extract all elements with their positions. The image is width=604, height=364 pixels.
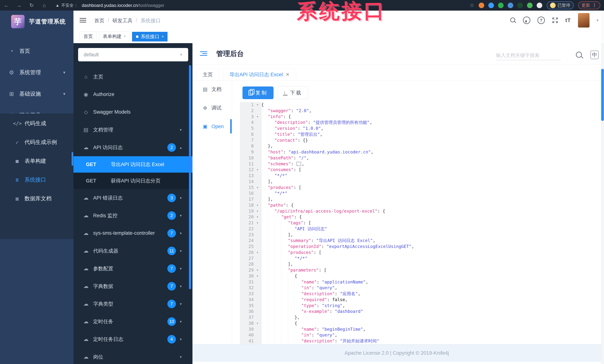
- indent-guide: [268, 138, 275, 143]
- api-group-item[interactable]: ☁API 错误日志3▾: [74, 189, 192, 207]
- code-text: "*/*": [261, 173, 287, 179]
- download-button[interactable]: ↓ 下载: [277, 87, 308, 99]
- api-link-item[interactable]: ⌂主页: [74, 68, 192, 86]
- api-panel-scrollbar[interactable]: [189, 65, 191, 289]
- update-badge[interactable]: 更新 ⋮: [578, 1, 600, 9]
- indent-guide: [275, 338, 281, 344]
- code-text: },: [261, 314, 300, 320]
- sidebar-subitem[interactable]: ▥数据库文档: [0, 189, 74, 208]
- extension-dark-green-icon[interactable]: [517, 3, 523, 8]
- api-group-item[interactable]: ☁Redis 监控2▾: [74, 207, 192, 224]
- font-size-icon[interactable]: tT: [565, 17, 571, 24]
- token: false: [332, 297, 345, 303]
- home-icon[interactable]: ⌂: [38, 2, 50, 8]
- site-info[interactable]: ▲ 不安全: [55, 3, 74, 8]
- sidebar-subitem[interactable]: ✓代码生成示例: [0, 133, 74, 151]
- language-icon[interactable]: 中: [591, 50, 599, 59]
- doc-side-item-open[interactable]: ▣Open: [192, 117, 232, 136]
- doc-menu-icon[interactable]: [200, 50, 207, 57]
- indent-guide: [288, 332, 295, 338]
- indent-guide: [295, 338, 301, 344]
- bookmark-star-icon[interactable]: ☆: [470, 2, 474, 8]
- chevron-down-icon[interactable]: ▾: [597, 18, 598, 23]
- doc-side-item-文档[interactable]: ▤文档: [192, 80, 232, 99]
- collapse-menu-icon[interactable]: [80, 17, 86, 23]
- api-group-item[interactable]: ☁代码生成器11▾: [74, 242, 192, 260]
- tags-view-tab[interactable]: 系统接口×: [132, 32, 168, 41]
- close-icon[interactable]: ×: [124, 34, 126, 38]
- search-icon[interactable]: [510, 17, 516, 23]
- api-group-item[interactable]: ☁API 访问日志2▴: [74, 138, 192, 156]
- extension-white-puzzle-icon[interactable]: [537, 3, 542, 8]
- sidebar-subitem[interactable]: ≣系统接口: [0, 170, 74, 189]
- api-group-item[interactable]: ☁参数配置7▾: [74, 260, 192, 277]
- token: : {: [378, 208, 385, 214]
- indent-guide: [268, 256, 275, 262]
- api-group-item[interactable]: ☁定时任务10▾: [74, 313, 192, 330]
- doc-side-item-调试[interactable]: ⊕调试: [192, 99, 232, 117]
- close-icon[interactable]: ×: [162, 34, 164, 39]
- code-text: "get": {: [261, 214, 302, 220]
- close-icon[interactable]: ✕: [286, 72, 289, 77]
- forward-icon[interactable]: →: [13, 2, 25, 8]
- json-code-editor[interactable]: 1▾{2"swagger": "2.0",3▾"info": {4"descri…: [240, 102, 601, 344]
- chevron-down-icon: ▾: [180, 355, 182, 359]
- token: "basePath": [268, 155, 293, 161]
- code-line: 4"description": "提供管理员管理的所有功能",: [240, 120, 601, 126]
- fullscreen-icon[interactable]: [552, 17, 558, 24]
- api-group-item[interactable]: ☁字典类型7▾: [74, 295, 192, 313]
- line-number: 20: [240, 214, 254, 220]
- api-group-item[interactable]: ☁岗位▾: [74, 348, 192, 364]
- browser-menu-icon[interactable]: ⋮: [592, 2, 597, 8]
- help-icon[interactable]: ?: [537, 17, 545, 24]
- sidebar-scrollbar[interactable]: [72, 152, 73, 166]
- page-scrollbar-thumb[interactable]: [601, 69, 604, 121]
- token: "管理后台": [298, 131, 320, 138]
- api-group-item[interactable]: ☁字典数据7▾: [74, 277, 192, 295]
- extension-green-circle-icon[interactable]: [498, 3, 503, 8]
- api-operation-item[interactable]: GET获得API 访问日志分页: [74, 173, 192, 189]
- sidebar-subitem[interactable]: ▦表单构建: [0, 151, 74, 170]
- tags-view-tab[interactable]: 首页: [80, 31, 97, 41]
- code-text: "operationId": "exportApiAccessLogExcelU…: [261, 244, 414, 250]
- paused-badge[interactable]: 已暂停: [547, 1, 574, 9]
- doc-tab[interactable]: 导出API 访问日志 Excel✕: [223, 69, 296, 80]
- indent-guide: [275, 291, 281, 297]
- extension-green-leaf-icon[interactable]: [527, 3, 533, 8]
- tags-view-tab[interactable]: 表单构建×: [99, 31, 130, 41]
- copy-button[interactable]: 复制: [242, 87, 274, 99]
- sidebar-item[interactable]: ◔首页: [0, 40, 74, 62]
- api-group-item[interactable]: ☁sys-sms-template-controller7▾: [74, 224, 192, 242]
- breadcrumb-item[interactable]: 首页: [94, 17, 104, 24]
- sidebar-submenu: </>代码生成✓代码生成示例▦表单构建≣系统接口▥数据库文档: [0, 113, 74, 239]
- api-operation-item[interactable]: GET导出API 访问日志 Excel: [74, 156, 192, 173]
- reload-icon[interactable]: ↻: [25, 2, 38, 8]
- extension-blue-drop-icon[interactable]: [488, 3, 494, 8]
- group-select[interactable]: default ▾: [78, 48, 188, 61]
- back-icon[interactable]: ←: [0, 2, 13, 8]
- sidebar-item[interactable]: ⚙系统管理▾: [0, 62, 74, 83]
- api-link-item[interactable]: ◇Swagger Models: [74, 103, 192, 121]
- logo-row[interactable]: 芋 芋道管理系统: [0, 13, 74, 30]
- extension-blue-grid-icon[interactable]: [508, 3, 513, 8]
- indent-guide: [288, 226, 295, 232]
- api-group-item[interactable]: ☁定时任务日志4▾: [74, 330, 192, 348]
- indent-guide: [261, 273, 268, 279]
- page-scrollbar[interactable]: [601, 43, 604, 364]
- api-group-item[interactable]: ▤文档管理▾: [74, 121, 192, 138]
- extension-orange-icon[interactable]: [479, 3, 484, 8]
- api-item-label: 主页: [93, 74, 103, 80]
- sidebar-item[interactable]: ⊞基础设施▾: [0, 83, 74, 104]
- indent-guide: [281, 314, 288, 320]
- sidebar-subitem[interactable]: </>代码生成: [0, 114, 74, 133]
- breadcrumb-item[interactable]: 研发工具: [113, 17, 133, 24]
- doc-search-input[interactable]: [496, 50, 560, 60]
- api-link-item[interactable]: ◉Authorize: [74, 86, 192, 103]
- doc-search-icon[interactable]: [576, 52, 582, 58]
- address-bar[interactable]: dashboard.yudao.iocoder.cn/tool/swagger: [82, 3, 164, 8]
- github-icon[interactable]: [523, 17, 530, 24]
- avatar[interactable]: [578, 13, 590, 27]
- line-number: 35: [240, 303, 254, 309]
- doc-tab[interactable]: 主页: [196, 69, 219, 80]
- debug-icon: ⊕: [202, 105, 208, 111]
